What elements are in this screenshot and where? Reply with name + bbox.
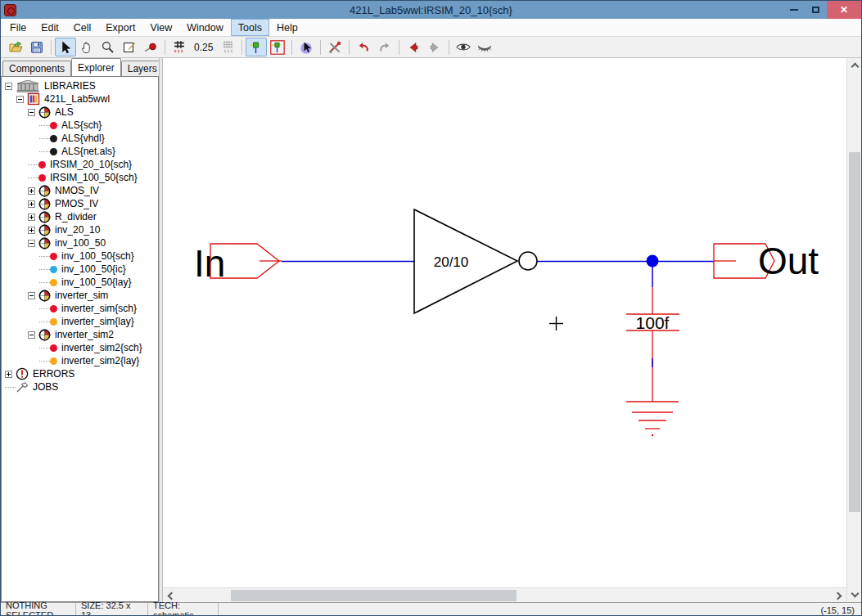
maximize-icon <box>812 7 819 13</box>
save-library-button[interactable] <box>26 38 47 56</box>
pan-mode-button[interactable] <box>76 38 97 56</box>
tree-item-label: NMOS_IV <box>55 185 99 196</box>
tree-item-inverter-sim2-sch-[interactable]: inverter_sim2{sch} <box>2 341 158 354</box>
unexpand-one-level-button[interactable] <box>474 38 495 56</box>
horizontal-scroll-thumb[interactable] <box>231 590 517 601</box>
tree-item-als[interactable]: ALS <box>2 106 158 119</box>
tree-item-inv-100-50-ic-[interactable]: inv_100_50{ic} <box>2 263 158 276</box>
expand-icon[interactable] <box>28 187 35 195</box>
scroll-down-button[interactable] <box>847 587 862 602</box>
tree-item-label: JOBS <box>33 381 58 393</box>
horizontal-scrollbar[interactable] <box>163 587 846 602</box>
pin-mode-button[interactable] <box>246 38 267 56</box>
open-library-button[interactable] <box>5 38 26 56</box>
maximize-button[interactable] <box>805 1 827 19</box>
expand-icon[interactable] <box>28 200 35 208</box>
tab-components[interactable]: Components <box>2 61 71 76</box>
tree-item-irsim-100-50-sch-[interactable]: IRSIM_100_50{sch} <box>2 171 158 184</box>
vertical-scroll-thumb[interactable] <box>849 152 860 512</box>
menu-cell[interactable]: Cell <box>66 19 99 36</box>
menu-help[interactable]: Help <box>269 19 305 36</box>
tree-guide <box>39 151 50 152</box>
dot-red-icon <box>50 344 57 352</box>
scroll-up-button[interactable] <box>847 58 862 73</box>
close-button[interactable]: ✕ <box>827 1 861 19</box>
tree-item-libraries[interactable]: LIBRARIES <box>2 79 158 92</box>
tree-item-label: LIBRARIES <box>44 80 96 92</box>
menu-export[interactable]: Export <box>98 19 142 36</box>
cell-group-icon <box>38 211 51 223</box>
expand-one-level-button[interactable] <box>453 38 474 56</box>
tree-item-inv-100-50[interactable]: inv_100_50 <box>2 236 158 250</box>
tree-item-inverter-sim2[interactable]: inverter_sim2 <box>2 328 158 341</box>
minimize-button[interactable] <box>783 1 805 19</box>
scroll-right-button[interactable] <box>832 588 846 603</box>
cell-group-icon <box>38 237 51 250</box>
expand-icon[interactable] <box>28 214 35 221</box>
expand-icon[interactable] <box>5 371 12 378</box>
tree-item-jobs[interactable]: JOBS <box>2 380 158 393</box>
zoom-mode-button[interactable] <box>97 38 119 56</box>
tree-item-pmos-iv[interactable]: PMOS_IV <box>2 197 158 210</box>
dot-blue-icon <box>50 266 57 273</box>
dot-red-icon <box>50 305 57 312</box>
dot-orange-icon <box>50 318 57 326</box>
toggle-grid-button[interactable] <box>169 38 190 56</box>
folder-open-icon <box>8 40 24 55</box>
grid-icon <box>173 39 187 55</box>
tree-item-errors[interactable]: ERRORS <box>2 367 158 380</box>
menu-tools[interactable]: Tools <box>231 19 269 36</box>
check-repair-button[interactable] <box>324 38 345 56</box>
wire-junction-dot[interactable] <box>647 255 659 268</box>
tree-item-inv-100-50-sch-[interactable]: inv_100_50{sch} <box>2 250 158 263</box>
collapse-icon[interactable] <box>28 109 35 116</box>
collapse-icon[interactable] <box>5 83 12 90</box>
measure-mode-button[interactable] <box>140 38 161 56</box>
cap-value-label[interactable]: 100f <box>636 313 670 332</box>
select-objects-button[interactable] <box>296 38 317 56</box>
tree-item-irsim-20-10-sch-[interactable]: IRSIM_20_10{sch} <box>2 158 158 171</box>
collapse-icon[interactable] <box>28 240 35 247</box>
vertical-scrollbar[interactable] <box>846 58 861 602</box>
menu-edit[interactable]: Edit <box>34 19 66 36</box>
select-mode-button[interactable] <box>55 38 76 56</box>
go-forward-button[interactable] <box>424 38 445 56</box>
undo-button[interactable] <box>353 38 374 56</box>
collapse-icon[interactable] <box>16 96 24 103</box>
tree-item-als-net-als-[interactable]: ALS{net.als} <box>2 145 158 158</box>
out-port-label[interactable]: Out <box>758 240 819 282</box>
inverter-size-label[interactable]: 20/10 <box>434 254 469 270</box>
pin-export-mode-button[interactable] <box>267 38 288 56</box>
schematic-canvas[interactable]: In 20/10 <box>163 58 846 587</box>
toolbar-separator <box>399 40 399 55</box>
inverter-bubble[interactable] <box>519 252 537 270</box>
expand-icon[interactable] <box>28 227 35 234</box>
tab-explorer[interactable]: Explorer <box>71 58 121 76</box>
collapse-icon[interactable] <box>28 292 35 299</box>
scroll-left-button[interactable] <box>163 588 178 603</box>
cell-group-icon <box>38 329 51 341</box>
tree-item-inverter-sim-sch-[interactable]: inverter_sim{sch} <box>2 302 158 315</box>
menu-file[interactable]: File <box>2 19 34 36</box>
tree-item-r-divider[interactable]: R_divider <box>2 210 158 223</box>
ground-symbol[interactable] <box>626 402 679 436</box>
outline-edit-button[interactable] <box>119 38 140 56</box>
collapse-icon[interactable] <box>28 331 35 339</box>
align-grid-button[interactable] <box>217 38 238 56</box>
tab-layers[interactable]: Layers <box>121 61 164 76</box>
tree-item-als-vhdl-[interactable]: ALS{vhdl} <box>2 132 158 145</box>
go-back-button[interactable] <box>403 38 424 56</box>
tree-item-label: inverter_sim{lay} <box>61 316 134 327</box>
menu-window[interactable]: Window <box>179 19 230 36</box>
tree-item-inverter-sim[interactable]: inverter_sim <box>2 289 158 302</box>
tree-item-inv-20-10[interactable]: inv_20_10 <box>2 223 158 236</box>
tree-item-inverter-sim-lay-[interactable]: inverter_sim{lay} <box>2 315 158 328</box>
tree-item-inverter-sim2-lay-[interactable]: inverter_sim2{lay} <box>2 354 158 367</box>
redo-button[interactable] <box>374 38 395 56</box>
menu-view[interactable]: View <box>142 19 179 36</box>
tree-item-als-sch-[interactable]: ALS{sch} <box>2 119 158 132</box>
tree-item-inv-100-50-lay-[interactable]: inv_100_50{lay} <box>2 276 158 289</box>
tree-item-nmos-iv[interactable]: NMOS_IV <box>2 184 158 197</box>
toolbar: 0.25 <box>1 37 861 58</box>
tree-item-421l-lab5wwl[interactable]: 421L_Lab5wwl <box>2 92 158 106</box>
